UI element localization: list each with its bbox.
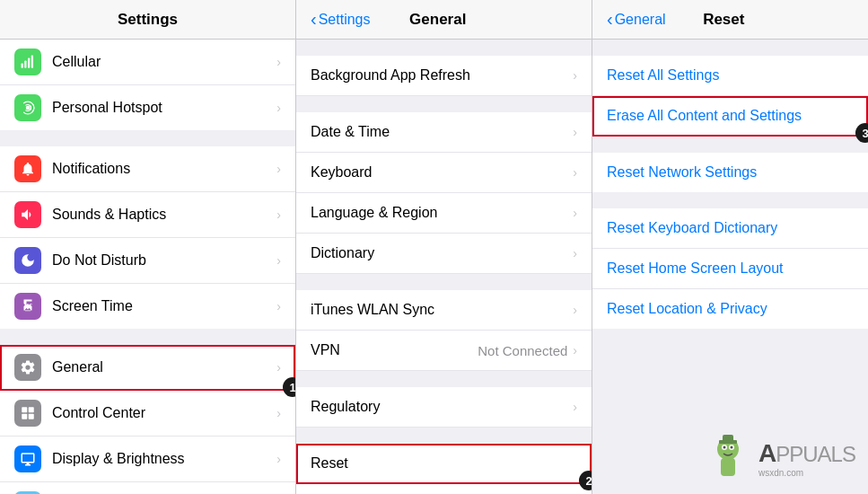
reset-all-settings-label: Reset All Settings [607, 67, 854, 84]
watermark: APPUALS wsxdn.com [688, 422, 868, 494]
display-label: Display & Brightness [52, 451, 276, 467]
svg-rect-19 [723, 435, 733, 442]
sounds-label: Sounds & Haptics [52, 207, 276, 223]
donotdisturb-label: Do Not Disturb [52, 252, 276, 269]
hotspot-chevron: › [276, 101, 281, 115]
sidebar-item-sounds[interactable]: Sounds & Haptics › [0, 192, 295, 238]
general-back-button[interactable]: ‹ Settings [311, 9, 370, 30]
general-list: Background App Refresh › Date & Time › K… [296, 40, 592, 494]
general-back-label: Settings [319, 12, 371, 28]
settings-list: Cellular › Personal Hotspot › Notificati… [0, 40, 295, 494]
hotspot-icon [14, 94, 41, 121]
sidebar-item-screentime[interactable]: Screen Time › [0, 284, 295, 329]
general-item-keyboard[interactable]: Keyboard › [296, 153, 592, 193]
svg-point-17 [731, 446, 733, 449]
svg-rect-13 [721, 458, 735, 476]
divider-2 [0, 329, 295, 345]
sidebar-item-notifications[interactable]: Notifications › [0, 146, 295, 192]
general-divider-3 [296, 371, 592, 387]
controlcenter-label: Control Center [52, 405, 276, 421]
svg-point-16 [723, 446, 726, 449]
general-item-bgrefresh[interactable]: Background App Refresh › [296, 56, 592, 96]
general-item-regulatory[interactable]: Regulatory › [296, 387, 592, 428]
svg-rect-3 [31, 56, 33, 68]
svg-rect-6 [29, 407, 34, 412]
settings-group-display: General › 1 Control Center › Display & B… [0, 345, 295, 494]
reset-item-erase-all[interactable]: Erase All Content and Settings 3 [592, 96, 868, 137]
reset-network-label: Reset Network Settings [607, 164, 854, 181]
general-item-shutdown[interactable]: Shut Down [296, 484, 592, 494]
reset-item-location[interactable]: Reset Location & Privacy [592, 289, 868, 329]
controlcenter-chevron: › [276, 406, 281, 420]
sounds-chevron: › [276, 207, 281, 222]
reset-header: ‹ General Reset [592, 0, 868, 40]
screentime-chevron: › [276, 299, 281, 313]
settings-group-system: Notifications › Sounds & Haptics › Do No… [0, 146, 295, 329]
dictionary-chevron: › [573, 246, 577, 260]
general-divider-top [296, 40, 592, 56]
general-divider-4 [296, 428, 592, 444]
bgrefresh-label: Background App Refresh [311, 67, 573, 84]
reset-back-arrow-icon: ‹ [607, 9, 613, 30]
general-item-vpn[interactable]: VPN Not Connected › [296, 331, 592, 371]
keyboard-chevron: › [573, 165, 577, 180]
erase-all-label: Erase All Content and Settings [607, 108, 854, 124]
display-chevron: › [276, 452, 281, 466]
settings-group-connectivity: Cellular › Personal Hotspot › [0, 40, 295, 130]
reset-divider-1 [592, 137, 868, 153]
vpn-value: Not Connected [478, 343, 567, 358]
sidebar-item-wallpaper[interactable]: Wallpaper › [0, 482, 295, 494]
svg-rect-2 [28, 58, 30, 68]
general-back-arrow-icon: ‹ [311, 9, 317, 30]
sidebar-item-controlcenter[interactable]: Control Center › [0, 391, 295, 437]
general-label: General [52, 359, 276, 375]
watermark-text-wrap: APPUALS wsxdn.com [758, 439, 855, 478]
language-chevron: › [573, 206, 577, 220]
sidebar-item-display[interactable]: Display & Brightness › [0, 437, 295, 482]
regulatory-chevron: › [573, 400, 577, 414]
notifications-chevron: › [276, 162, 281, 176]
notifications-label: Notifications [52, 161, 276, 177]
reset-item-keyboard-dict[interactable]: Reset Keyboard Dictionary [592, 208, 868, 249]
reset-item-all-settings[interactable]: Reset All Settings [592, 56, 868, 96]
dictionary-label: Dictionary [311, 245, 573, 261]
svg-rect-0 [22, 64, 23, 68]
cellular-icon [14, 49, 41, 75]
watermark-logo: APPUALS wsxdn.com [701, 431, 855, 485]
general-item-itunes[interactable]: iTunes WLAN Sync › [296, 290, 592, 331]
itunes-label: iTunes WLAN Sync [311, 302, 573, 318]
watermark-url: wsxdn.com [758, 468, 803, 478]
sidebar-item-general[interactable]: General › 1 [0, 345, 295, 391]
reset-keyboard-label: Reset Keyboard Dictionary [607, 220, 854, 236]
sidebar-item-cellular[interactable]: Cellular › [0, 40, 295, 85]
datetime-label: Date & Time [311, 124, 573, 140]
general-divider-2 [296, 274, 592, 290]
general-title: General [370, 11, 505, 29]
reset-home-label: Reset Home Screen Layout [607, 260, 854, 277]
sidebar-item-donotdisturb[interactable]: Do Not Disturb › [0, 238, 295, 284]
general-divider-1 [296, 96, 592, 112]
general-chevron: › [276, 360, 281, 375]
general-item-reset[interactable]: Reset 2 [296, 444, 592, 484]
controlcenter-icon [14, 400, 41, 427]
display-icon [14, 445, 41, 472]
donotdisturb-chevron: › [276, 253, 281, 268]
general-item-datetime[interactable]: Date & Time › [296, 112, 592, 153]
settings-panel: Settings Cellular › Personal Hotspot › [0, 0, 296, 494]
cellular-chevron: › [276, 55, 281, 69]
itunes-chevron: › [573, 303, 577, 317]
settings-title: Settings [118, 11, 178, 29]
reset-divider-2 [592, 192, 868, 208]
svg-point-4 [26, 106, 31, 110]
reset-back-button[interactable]: ‹ General [607, 9, 666, 30]
notifications-icon [14, 155, 41, 182]
general-item-language[interactable]: Language & Region › [296, 193, 592, 234]
general-panel: ‹ Settings General Background App Refres… [296, 0, 592, 494]
screentime-icon [14, 293, 41, 320]
sidebar-item-hotspot[interactable]: Personal Hotspot › [0, 85, 295, 130]
reset-item-network[interactable]: Reset Network Settings [592, 153, 868, 192]
watermark-character-icon [701, 431, 755, 485]
reset-divider-top [592, 40, 868, 56]
reset-item-home-screen[interactable]: Reset Home Screen Layout [592, 249, 868, 289]
general-item-dictionary[interactable]: Dictionary › [296, 234, 592, 274]
